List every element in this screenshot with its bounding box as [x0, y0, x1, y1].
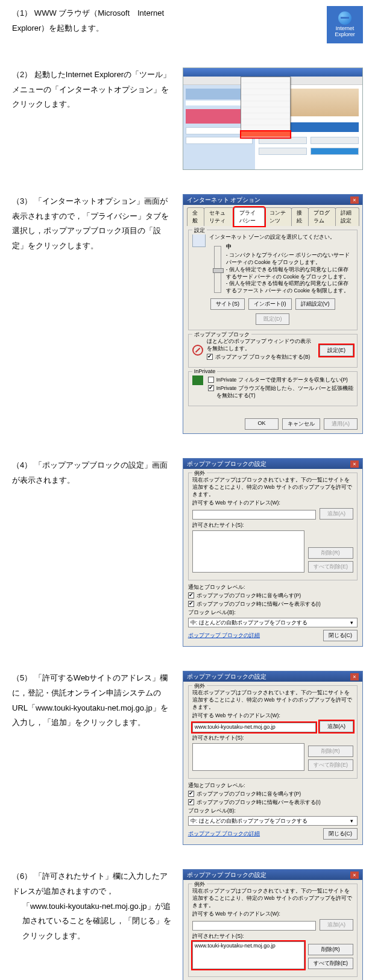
add-button[interactable]: 追加(A)	[320, 721, 353, 732]
browser-window	[183, 68, 363, 170]
chevron-down-icon: ▾	[348, 620, 355, 626]
exceptions-group: 例外 現在ポップアップはブロックされています。下の一覧にサイトを追加することによ…	[188, 685, 358, 779]
close-icon[interactable]: ×	[350, 196, 359, 204]
address-label: 許可する Web サイトのアドレス(W):	[192, 500, 353, 507]
popup-block-checkbox[interactable]	[207, 354, 213, 360]
inprivate-filter-checkbox[interactable]	[208, 377, 214, 383]
add-button: 追加(A)	[320, 508, 353, 520]
allowed-sites-list[interactable]	[192, 743, 304, 771]
privacy-slider[interactable]	[214, 246, 221, 293]
close-button[interactable]: 閉じる(C)	[323, 828, 358, 840]
remove-button: 削除(R)	[308, 547, 353, 559]
remove-button: 削除(R)	[308, 746, 353, 757]
settings-group: 設定 インターネット ゾーンの設定を選択してください。 中 - コンパクトなプラ…	[188, 230, 358, 330]
cancel-button[interactable]: キャンセル	[282, 418, 320, 430]
popup-message: ほとんどのポップアップ ウィンドウの表示を無効にします。	[207, 338, 316, 353]
tab-programs[interactable]: プログラム	[308, 207, 336, 226]
address-input[interactable]	[192, 510, 316, 520]
popup-block-settings-dialog: ポップアップ ブロックの設定× 例外 現在ポップアップはブロックされています。下…	[183, 458, 363, 647]
tab-security[interactable]: セキュリティ	[204, 207, 235, 226]
chevron-down-icon: ▾	[348, 818, 355, 824]
add-button: 追加(A)	[320, 919, 353, 931]
close-button[interactable]: 閉じる(C)	[323, 630, 358, 641]
exceptions-group: 例外 現在ポップアップはブロックされています。下の一覧にサイトを追加することによ…	[188, 473, 358, 580]
default-button: 既定(D)	[256, 313, 289, 325]
address-input[interactable]: www.touki-kyoutaku-net.moj.go.jp	[192, 723, 316, 732]
privacy-level-label: 中	[226, 243, 353, 251]
tab-advanced[interactable]: 詳細設定	[335, 207, 359, 226]
zone-message: インターネット ゾーンの設定を選択してください。	[209, 234, 353, 241]
tab-connections[interactable]: 接続	[291, 207, 309, 226]
step-2-text: （2） 起動したInternet Explorerの「ツール」メニューの「インタ…	[12, 68, 174, 112]
sound-checkbox[interactable]	[188, 791, 194, 797]
internet-explorer-icon: InternetExplorer	[327, 6, 363, 43]
inprivate-icon	[192, 375, 203, 385]
internet-options-dialog: インターネット オプション × 全般 セキュリティ プライバシー コンテンツ 接…	[183, 194, 363, 434]
allowed-label: 許可されたサイト(S):	[192, 522, 353, 529]
remove-button[interactable]: 削除(R)	[308, 944, 353, 955]
block-level-combo[interactable]: 中: ほとんどの自動ポップアップをブロックする▾	[188, 618, 358, 627]
allowed-sites-list[interactable]: www.touki-kyoutaku-net.moj.go.jp	[192, 941, 304, 969]
infobar-checkbox[interactable]	[188, 799, 194, 805]
inprivate-group: InPrivate InPrivate フィルターで使用するデータを収集しない(…	[188, 371, 358, 406]
exceptions-group: 例外 現在ポップアップはブロックされています。下の一覧にサイトを追加することによ…	[188, 884, 358, 977]
close-icon[interactable]: ×	[350, 872, 359, 879]
advanced-button[interactable]: 詳細設定(V)	[295, 298, 335, 310]
remove-all-button: すべて削除(E)	[308, 759, 353, 771]
popup-block-group: ポップアップ ブロック ほとんどのポップアップ ウィンドウの表示を無効にします。…	[188, 334, 358, 368]
sound-checkbox[interactable]	[188, 592, 194, 598]
tab-privacy[interactable]: プライバシー	[234, 207, 265, 226]
dialog-titlebar: インターネット オプション ×	[183, 195, 362, 205]
block-level-combo[interactable]: 中: ほとんどの自動ポップアップをブロックする▾	[188, 816, 358, 826]
remove-all-button: すべて削除(E)	[308, 561, 353, 573]
inprivate-toolbar-checkbox[interactable]	[208, 385, 214, 391]
step-5-text: （5） 「許可するWebサイトのアドレス」欄に，登記・供託オンライン申請システム…	[12, 671, 174, 730]
import-button[interactable]: インポート(I)	[248, 298, 292, 310]
exceptions-message: 現在ポップアップはブロックされています。下の一覧にサイトを追加することにより、特…	[192, 477, 353, 498]
notify-group-label: 通知とブロック レベル:	[188, 584, 358, 591]
sites-button[interactable]: サイト(S)	[210, 298, 245, 310]
internet-options-menu-item[interactable]	[241, 131, 290, 137]
popup-details-link[interactable]: ポップアップ ブロックの詳細	[188, 831, 260, 838]
popup-block-settings-dialog: ポップアップ ブロックの設定× 例外 現在ポップアップはブロックされています。下…	[183, 671, 363, 845]
tools-menu-dropdown[interactable]	[241, 77, 291, 138]
ie-logo-icon	[338, 11, 351, 25]
no-popup-icon	[192, 345, 203, 356]
popup-block-settings-dialog: ポップアップ ブロックの設定× 例外 現在ポップアップはブロックされています。下…	[183, 869, 363, 980]
infobar-checkbox[interactable]	[188, 601, 194, 607]
close-icon[interactable]: ×	[350, 460, 359, 468]
step-4-text: （4） 「ポップアップブロックの設定」画面が表示されます。	[12, 458, 174, 488]
close-icon[interactable]: ×	[350, 673, 359, 680]
remove-all-button[interactable]: すべて削除(E)	[308, 958, 353, 969]
block-level-label: ブロック レベル(B):	[188, 609, 358, 617]
apply-button: 適用(A)	[324, 418, 358, 430]
privacy-level-description: - コンパクトなプライバシー ポリシーのないサード パーティの Cookie を…	[226, 252, 353, 295]
allowed-sites-list[interactable]	[192, 530, 304, 573]
browser-titlebar	[183, 68, 362, 77]
step-1-text: （1） WWW ブラウザ（Microsoft Internet Explorer…	[12, 6, 174, 36]
tab-strip: 全般 セキュリティ プライバシー コンテンツ 接続 プログラム 詳細設定	[183, 205, 362, 226]
tab-content[interactable]: コンテンツ	[264, 207, 292, 226]
step-6-text: （6） 「許可されたサイト」欄に入力したアドレスが追加されますので， 「www.…	[12, 869, 174, 943]
globe-icon	[192, 234, 206, 247]
step-3-text: （3） 「インターネットオプション」画面が表示されますので，「プライバシー」タブ…	[12, 194, 174, 254]
popup-settings-button[interactable]: 設定(E)	[320, 345, 353, 356]
tab-general[interactable]: 全般	[187, 207, 204, 226]
address-input[interactable]	[192, 921, 316, 931]
popup-details-link[interactable]: ポップアップ ブロックの詳細	[188, 632, 260, 639]
ok-button[interactable]: OK	[245, 418, 279, 430]
